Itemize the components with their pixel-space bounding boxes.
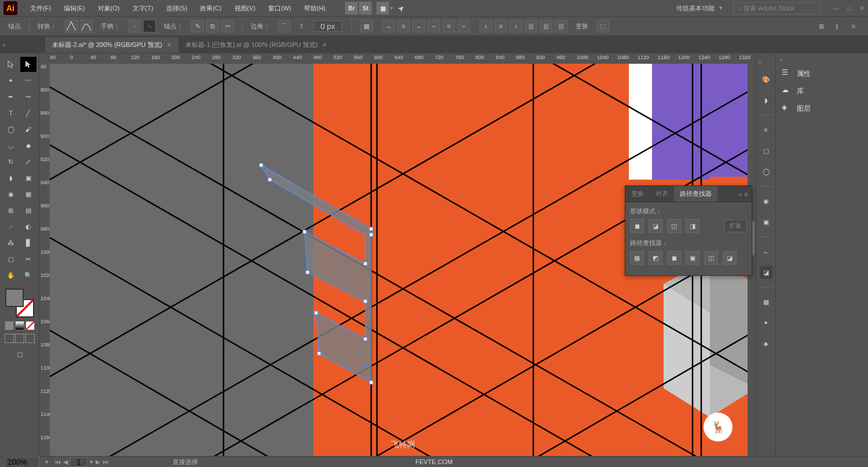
eyedropper-tool[interactable]: ⟋ — [3, 219, 19, 234]
menu-help[interactable]: 帮助(H) — [298, 2, 331, 15]
maximize-icon[interactable]: □ — [847, 5, 851, 12]
ruler-vertical[interactable]: 4086088090092094096098010001020104010601… — [39, 64, 50, 456]
align-vcenter-icon[interactable]: ≡ — [442, 20, 455, 32]
panels-collapse-icon[interactable]: « — [779, 57, 865, 63]
dist-left-icon[interactable]: ||| — [525, 20, 537, 32]
handle-show-icon[interactable]: ⟋ — [128, 20, 141, 32]
paintbrush-tool[interactable]: 🖌 — [20, 122, 36, 137]
anchor-remove-icon[interactable]: ✎ — [191, 20, 204, 32]
menu-file[interactable]: 文件(F) — [24, 2, 57, 15]
prev-artboard-icon[interactable]: ◀ — [63, 458, 68, 466]
pf-crop-icon[interactable]: ▣ — [686, 251, 699, 265]
pf-tab-transform[interactable]: 变换 — [625, 186, 650, 202]
swatches-panel-icon[interactable]: ▦ — [760, 295, 772, 308]
minimize-icon[interactable]: — — [833, 5, 839, 12]
opt-more1-icon[interactable]: ⊞ — [815, 20, 827, 32]
symbol-sprayer-tool[interactable]: ⁂ — [3, 235, 19, 250]
hand-tool[interactable]: ✋ — [3, 268, 19, 283]
tab-active[interactable]: 未标题-2.ai* @ 200% (RGB/GPU 预览) ✕ — [45, 37, 178, 53]
pen-tool[interactable]: ✒ — [3, 89, 19, 104]
menu-edit[interactable]: 编辑(E) — [58, 2, 91, 15]
pf-intersect-icon[interactable]: ◫ — [667, 219, 681, 233]
zoom-dropdown-icon[interactable]: ▾ — [45, 458, 49, 466]
corner-link-icon[interactable]: ⌒ — [278, 20, 291, 32]
curvature-tool[interactable]: 〜 — [20, 89, 36, 104]
panel-properties[interactable]: ☰ 属性 — [779, 65, 865, 82]
corner-value-input[interactable] — [313, 20, 342, 32]
gradient-tool[interactable]: ▤ — [20, 203, 36, 218]
graph-tool[interactable]: ▊ — [20, 235, 36, 250]
isolate-icon[interactable]: ⬚ — [596, 20, 609, 32]
selection-tool[interactable] — [3, 57, 19, 72]
anchor-join-icon[interactable]: ⧉ — [206, 20, 219, 32]
color-mode-none[interactable] — [25, 321, 35, 330]
pf-minus-back-icon[interactable]: ◪ — [723, 251, 737, 265]
appearance-panel-icon[interactable]: ◉ — [760, 195, 772, 207]
pf-menu-icon[interactable]: ≡ — [745, 191, 748, 198]
free-transform-tool[interactable]: ▣ — [20, 170, 36, 185]
color-mode-solid[interactable] — [5, 321, 14, 330]
eraser-tool[interactable]: ◆ — [20, 138, 36, 153]
panel-library[interactable]: ☁ 库 — [779, 82, 865, 100]
next-artboard-icon[interactable]: ▶ — [96, 458, 100, 466]
align-top-icon[interactable]: ⫟ — [427, 20, 440, 32]
pf-minus-front-icon[interactable]: ◪ — [649, 219, 662, 233]
draw-inside[interactable] — [25, 334, 35, 343]
zoom-input[interactable] — [5, 457, 39, 468]
first-artboard-icon[interactable]: ⏮ — [54, 458, 61, 465]
menu-view[interactable]: 视图(V) — [229, 2, 262, 15]
stroke-panel-icon[interactable]: ≡ — [760, 123, 772, 136]
color-guide-icon[interactable]: ◗ — [760, 94, 772, 107]
pf-exclude-icon[interactable]: ◨ — [686, 219, 699, 233]
tab-inactive[interactable]: 未标题-1 [已恢复].ai @ 100% (RGB/GPU 预览) ✕ — [178, 37, 334, 53]
pf-collapse-icon[interactable]: » — [738, 191, 742, 198]
dist-hcenter-icon[interactable]: ||| — [540, 20, 552, 32]
line-tool[interactable]: ╱ — [20, 105, 36, 121]
pf-tab-pathfinder[interactable]: 路径查找器 — [674, 186, 717, 202]
align-bottom-icon[interactable]: ⫟ — [457, 20, 470, 32]
fill-stroke-swatch[interactable] — [5, 289, 34, 318]
tab-close-icon[interactable]: ✕ — [167, 42, 171, 48]
pf-tab-align[interactable]: 对齐 — [650, 186, 674, 202]
artboard-tool[interactable]: ▢ — [3, 251, 19, 267]
publish-icon[interactable]: ➤ — [395, 2, 407, 14]
shaper-tool[interactable]: ◡ — [3, 138, 19, 153]
close-icon[interactable]: ✕ — [859, 5, 865, 12]
pf-merge-icon[interactable]: ◼ — [667, 251, 681, 265]
dist-bottom-icon[interactable]: ⫞ — [510, 20, 522, 32]
lasso-tool[interactable]: 〰 — [20, 73, 36, 88]
align-hcenter-icon[interactable]: ≡ — [397, 20, 410, 32]
align-left-icon[interactable]: ⫠ — [382, 20, 395, 32]
rotate-tool[interactable]: ↻ — [3, 154, 19, 169]
perspective-tool[interactable]: ▦ — [20, 187, 36, 202]
dist-vcenter-icon[interactable]: ≡ — [495, 20, 507, 32]
artboard-number-input[interactable] — [70, 457, 87, 467]
width-tool[interactable]: ◗ — [3, 170, 19, 185]
gradient-panel-icon[interactable]: ▢ — [760, 144, 772, 157]
artboard-dropdown-icon[interactable]: ▾ — [90, 458, 93, 466]
dist-top-icon[interactable]: ⫞ — [479, 20, 492, 32]
brushes-panel-icon[interactable]: ✦ — [760, 316, 772, 329]
convert-smooth-icon[interactable] — [80, 20, 93, 32]
align-right-icon[interactable]: ⫠ — [412, 20, 425, 32]
ruler-horizontal[interactable]: 4004080120160200240280320360400440480520… — [39, 53, 756, 64]
menu-select[interactable]: 选择(S) — [160, 2, 193, 15]
search-stock[interactable]: ⌕ 搜索 Adobe Stock — [733, 2, 820, 14]
align-pixel-icon[interactable]: ▦ — [360, 20, 373, 32]
graphic-styles-icon[interactable]: ▣ — [760, 216, 772, 228]
pf-trim-icon[interactable]: ◩ — [649, 251, 662, 265]
fill-swatch[interactable] — [5, 289, 24, 307]
zoom-tool[interactable]: 🔍 — [20, 268, 36, 283]
last-artboard-icon[interactable]: ⏭ — [102, 458, 109, 465]
pf-outline-icon[interactable]: ◫ — [704, 251, 718, 265]
arrange-icon[interactable]: ▦ — [376, 2, 389, 14]
tab-close-icon[interactable]: ✕ — [322, 42, 327, 48]
tabs-expand-icon[interactable]: » — [0, 41, 8, 48]
menu-type[interactable]: 文字(T) — [127, 2, 159, 15]
menu-window[interactable]: 窗口(W) — [262, 2, 297, 15]
color-panel-icon[interactable]: 🎨 — [760, 73, 772, 86]
scale-tool[interactable]: ⤢ — [20, 154, 36, 169]
panel-layers[interactable]: ◈ 图层 — [779, 100, 865, 117]
magic-wand-tool[interactable]: ✦ — [3, 73, 19, 88]
opt-menu-icon[interactable]: ≡ — [847, 20, 860, 32]
